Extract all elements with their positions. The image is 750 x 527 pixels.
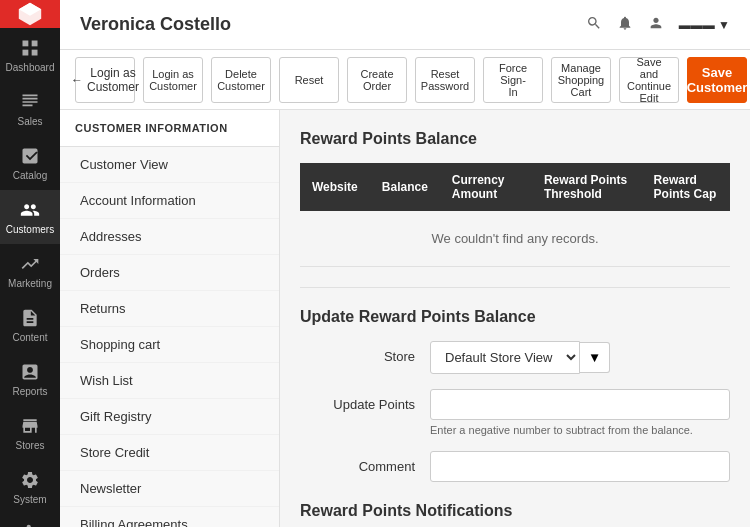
content-area: CUSTOMER INFORMATION Customer View Accou… <box>60 110 750 527</box>
sidebar-item-reports-label: Reports <box>12 386 47 398</box>
back-label: Login as Customer <box>87 66 139 94</box>
store-select-arrow-button[interactable]: ▼ <box>580 342 610 373</box>
reward-points-title: Reward Points Balance <box>300 130 730 148</box>
sidebar-item-customers-label: Customers <box>6 224 54 236</box>
logo[interactable] <box>0 0 60 28</box>
create-order-button[interactable]: CreateOrder <box>347 57 407 103</box>
search-icon[interactable] <box>586 15 602 34</box>
main-content: Reward Points Balance Website Balance Cu… <box>280 110 750 527</box>
sidebar-item-dashboard-label: Dashboard <box>6 62 55 74</box>
col-website: Website <box>300 163 370 211</box>
comment-control <box>430 451 730 482</box>
manage-shopping-cart-button[interactable]: ManageShoppingCart <box>551 57 611 103</box>
reset-button[interactable]: Reset <box>279 57 339 103</box>
back-button[interactable]: ← Login as Customer <box>75 57 135 103</box>
store-select[interactable]: Default Store View <box>430 341 580 374</box>
sidebar-item-catalog-label: Catalog <box>13 170 47 182</box>
login-as-customer-button[interactable]: Login asCustomer <box>143 57 203 103</box>
left-nav: CUSTOMER INFORMATION Customer View Accou… <box>60 110 280 527</box>
reset-password-button[interactable]: ResetPassword <box>415 57 475 103</box>
force-sign-in-button[interactable]: ForceSign-In <box>483 57 543 103</box>
left-nav-header: CUSTOMER INFORMATION <box>60 110 279 147</box>
nav-item-returns[interactable]: Returns <box>60 291 279 327</box>
sidebar-item-dashboard[interactable]: Dashboard <box>0 28 60 82</box>
sidebar-item-sales[interactable]: Sales <box>0 82 60 136</box>
col-currency-amount: Currency Amount <box>440 163 532 211</box>
sidebar-item-stores[interactable]: Stores <box>0 406 60 460</box>
sidebar-item-sales-label: Sales <box>17 116 42 128</box>
nav-item-orders[interactable]: Orders <box>60 255 279 291</box>
user-icon[interactable] <box>648 15 664 34</box>
svg-rect-0 <box>23 41 29 47</box>
sidebar-item-system-label: System <box>13 494 46 506</box>
user-label: ▬▬▬ ▼ <box>679 18 730 32</box>
sidebar: Dashboard Sales Catalog Customers Market… <box>0 0 60 527</box>
comment-row: Comment <box>300 451 730 482</box>
nav-item-wish-list[interactable]: Wish List <box>60 363 279 399</box>
store-row: Store Default Store View ▼ <box>300 341 730 374</box>
svg-rect-2 <box>23 50 29 56</box>
main-area: Veronica Costello ▬▬▬ ▼ ← Login as Custo… <box>60 0 750 527</box>
page-title: Veronica Costello <box>80 14 576 35</box>
header-icons: ▬▬▬ ▼ <box>586 15 730 34</box>
sidebar-item-reports[interactable]: Reports <box>0 352 60 406</box>
sidebar-item-system[interactable]: System <box>0 460 60 514</box>
sidebar-item-catalog[interactable]: Catalog <box>0 136 60 190</box>
header: Veronica Costello ▬▬▬ ▼ <box>60 0 750 50</box>
table-empty-row: We couldn't find any records. <box>300 211 730 267</box>
reward-points-table: Website Balance Currency Amount Reward P… <box>300 163 730 267</box>
svg-rect-3 <box>32 50 38 56</box>
update-points-row: Update Points Enter a negative number to… <box>300 389 730 436</box>
store-select-wrap: Default Store View ▼ <box>430 341 730 374</box>
update-points-control: Enter a negative number to subtract from… <box>430 389 730 436</box>
update-points-input[interactable] <box>430 389 730 420</box>
delete-customer-button[interactable]: DeleteCustomer <box>211 57 271 103</box>
col-reward-cap: Reward Points Cap <box>642 163 730 211</box>
section-divider-1 <box>300 287 730 288</box>
comment-input[interactable] <box>430 451 730 482</box>
save-customer-button[interactable]: SaveCustomer <box>687 57 747 103</box>
sidebar-item-customers[interactable]: Customers <box>0 190 60 244</box>
store-label: Store <box>300 341 430 364</box>
update-points-hint: Enter a negative number to subtract from… <box>430 424 730 436</box>
store-control: Default Store View ▼ <box>430 341 730 374</box>
bell-icon[interactable] <box>617 15 633 34</box>
nav-item-account-info[interactable]: Account Information <box>60 183 279 219</box>
empty-message: We couldn't find any records. <box>300 211 730 267</box>
notifications-title: Reward Points Notifications <box>300 502 730 520</box>
notifications-section: Reward Points Notifications Subscribe fo… <box>300 502 730 527</box>
nav-item-customer-view[interactable]: Customer View <box>60 147 279 183</box>
sidebar-item-extensions[interactable]: Find Partners & Extensions <box>0 514 60 527</box>
update-points-label: Update Points <box>300 389 430 412</box>
nav-item-newsletter[interactable]: Newsletter <box>60 471 279 507</box>
nav-item-addresses[interactable]: Addresses <box>60 219 279 255</box>
sidebar-item-content-label: Content <box>12 332 47 344</box>
col-reward-threshold: Reward Points Threshold <box>532 163 642 211</box>
update-balance-title: Update Reward Points Balance <box>300 308 730 326</box>
toolbar: ← Login as Customer Login asCustomer Del… <box>60 50 750 110</box>
sidebar-item-stores-label: Stores <box>16 440 45 452</box>
back-arrow-icon: ← <box>71 73 83 87</box>
sidebar-item-marketing[interactable]: Marketing <box>0 244 60 298</box>
svg-rect-1 <box>32 41 38 47</box>
sidebar-item-marketing-label: Marketing <box>8 278 52 290</box>
comment-label: Comment <box>300 451 430 474</box>
update-balance-section: Update Reward Points Balance Store Defau… <box>300 308 730 482</box>
nav-item-billing-agreements[interactable]: Billing Agreements <box>60 507 279 527</box>
col-balance: Balance <box>370 163 440 211</box>
save-continue-edit-button[interactable]: Save andContinueEdit <box>619 57 679 103</box>
sidebar-item-content[interactable]: Content <box>0 298 60 352</box>
nav-item-shopping-cart[interactable]: Shopping cart <box>60 327 279 363</box>
nav-item-store-credit[interactable]: Store Credit <box>60 435 279 471</box>
reward-points-section: Reward Points Balance Website Balance Cu… <box>300 130 730 267</box>
nav-item-gift-registry[interactable]: Gift Registry <box>60 399 279 435</box>
